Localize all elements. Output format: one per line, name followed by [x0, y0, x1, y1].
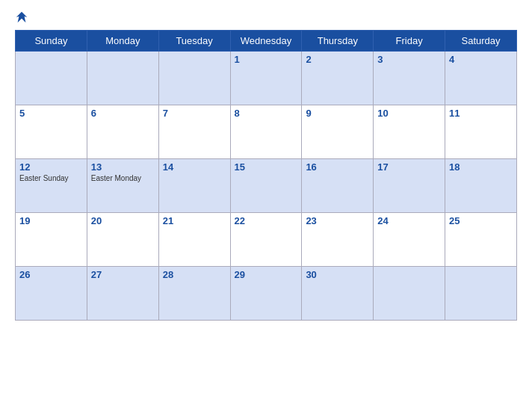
calendar-week-row: 567891011	[16, 105, 517, 159]
day-number: 6	[91, 108, 155, 119]
day-number: 14	[163, 161, 226, 173]
calendar-day-cell: 9	[302, 105, 374, 159]
calendar-day-cell	[87, 52, 158, 105]
day-number: 22	[235, 215, 298, 226]
weekday-header-row: SundayMondayTuesdayWednesdayThursdayFrid…	[16, 31, 517, 52]
calendar-day-cell: 19	[16, 213, 87, 267]
day-number: 19	[19, 215, 83, 226]
calendar-day-cell: 20	[87, 213, 158, 267]
day-number: 21	[163, 215, 226, 226]
calendar-day-cell: 6	[87, 105, 158, 159]
day-number: 25	[449, 215, 513, 226]
day-number: 17	[377, 161, 441, 173]
day-number: 26	[19, 269, 83, 280]
weekday-header: Tuesday	[158, 31, 230, 52]
calendar-day-cell	[445, 267, 517, 321]
calendar-day-cell: 26	[16, 267, 87, 321]
day-number: 27	[91, 269, 155, 280]
day-number: 5	[19, 108, 83, 119]
calendar-day-cell: 12Easter Sunday	[16, 159, 87, 213]
calendar-day-cell: 16	[302, 159, 374, 213]
day-number: 15	[235, 161, 298, 173]
calendar-week-row: 12Easter Sunday13Easter Monday1415161718	[16, 159, 517, 213]
holiday-label: Easter Monday	[91, 174, 141, 182]
logo-bird-icon	[15, 10, 28, 24]
calendar-week-row: 19202122232425	[16, 213, 517, 267]
calendar-day-cell: 2	[302, 52, 374, 105]
day-number: 12	[19, 161, 83, 173]
calendar-day-cell: 14	[158, 159, 230, 213]
calendar-day-cell: 30	[302, 267, 374, 321]
day-number: 20	[91, 215, 155, 226]
calendar-day-cell	[374, 267, 445, 321]
day-number: 10	[377, 108, 441, 119]
weekday-header: Friday	[374, 31, 445, 52]
calendar-day-cell: 24	[374, 213, 445, 267]
day-number: 28	[163, 269, 226, 280]
svg-marker-0	[16, 12, 27, 22]
day-number: 2	[306, 54, 369, 65]
calendar-day-cell: 21	[158, 213, 230, 267]
calendar-day-cell: 29	[230, 267, 302, 321]
calendar-day-cell: 17	[374, 159, 445, 213]
logo	[15, 10, 30, 24]
day-number: 1	[235, 54, 298, 65]
day-number: 30	[306, 269, 369, 280]
calendar-day-cell: 3	[374, 52, 445, 105]
calendar-day-cell	[158, 52, 230, 105]
calendar-table: SundayMondayTuesdayWednesdayThursdayFrid…	[15, 30, 517, 321]
calendar-week-row: 2627282930	[16, 267, 517, 321]
calendar-header	[15, 7, 517, 27]
calendar-day-cell: 13Easter Monday	[87, 159, 158, 213]
day-number: 23	[306, 215, 369, 226]
calendar-day-cell: 1	[230, 52, 302, 105]
calendar-day-cell: 25	[445, 213, 517, 267]
day-number: 8	[235, 108, 298, 119]
day-number: 16	[306, 161, 369, 173]
day-number: 9	[306, 108, 369, 119]
day-number: 4	[449, 54, 513, 65]
day-number: 3	[377, 54, 441, 65]
calendar-day-cell: 11	[445, 105, 517, 159]
calendar-day-cell: 27	[87, 267, 158, 321]
calendar-week-row: 1234	[16, 52, 517, 105]
weekday-header: Thursday	[302, 31, 374, 52]
calendar-day-cell: 10	[374, 105, 445, 159]
weekday-header: Wednesday	[230, 31, 302, 52]
weekday-header: Sunday	[16, 31, 87, 52]
day-number: 7	[163, 108, 226, 119]
calendar-day-cell: 8	[230, 105, 302, 159]
day-number: 13	[91, 161, 155, 173]
holiday-label: Easter Sunday	[19, 174, 69, 182]
weekday-header: Saturday	[445, 31, 517, 52]
day-number: 18	[449, 161, 513, 173]
calendar-day-cell: 7	[158, 105, 230, 159]
weekday-header: Monday	[87, 31, 158, 52]
logo-blue-text	[15, 10, 30, 24]
calendar-day-cell: 28	[158, 267, 230, 321]
calendar-day-cell: 4	[445, 52, 517, 105]
day-number: 24	[377, 215, 441, 226]
calendar-day-cell: 18	[445, 159, 517, 213]
calendar-day-cell: 15	[230, 159, 302, 213]
day-number: 29	[235, 269, 298, 280]
calendar-day-cell	[16, 52, 87, 105]
calendar-day-cell: 5	[16, 105, 87, 159]
day-number: 11	[449, 108, 513, 119]
calendar-day-cell: 23	[302, 213, 374, 267]
calendar-day-cell: 22	[230, 213, 302, 267]
